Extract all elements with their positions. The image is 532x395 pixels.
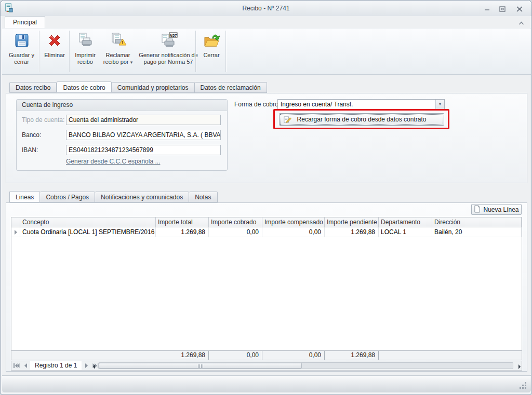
next-record-icon[interactable]	[82, 361, 91, 370]
ribbon-tab-strip: Principal	[1, 16, 531, 28]
ribbon-separator	[195, 31, 196, 72]
cerrar-button[interactable]: Cerrar	[198, 30, 225, 74]
column-header-concepto[interactable]: Concepto	[20, 217, 156, 227]
table-row[interactable]: Cuota Ordinaria [LOCAL 1] SEPTIEMBRE/201…	[11, 227, 522, 237]
tab-notificaciones[interactable]: Notificaciones y comunicados	[95, 192, 189, 202]
total-importe-total: 1.269,88	[156, 351, 209, 360]
record-navigator: Registro 1 de 1	[11, 361, 522, 371]
print-warning-icon: !	[100, 32, 136, 51]
print-norma57-icon: N57	[137, 32, 200, 51]
total-importe-compensado: 0,00	[262, 351, 325, 360]
tipo-de-cuenta-label: Tipo de cuenta:	[22, 116, 64, 124]
column-header-direccion[interactable]: Dirección	[432, 217, 522, 227]
record-status: Registro 1 de 1	[30, 361, 82, 370]
total-importe-cobrado: 0,00	[209, 351, 262, 360]
iban-field[interactable]: ES0401821234871234567899	[66, 145, 221, 155]
new-document-icon	[474, 205, 481, 214]
ribbon-button-label: Guardar y cerrar	[9, 52, 34, 65]
total-importe-pendiente: 1.269,88	[325, 351, 379, 360]
tab-datos-de-cobro[interactable]: Datos de cobro	[57, 81, 111, 93]
forma-de-cobro-select[interactable]: Ingreso en cuenta/ Transf. ▾	[277, 99, 445, 110]
ribbon-separator	[39, 31, 39, 72]
button-label: Nueva Línea	[483, 206, 518, 213]
grid-empty-area	[11, 237, 522, 350]
column-header-importe-pendiente[interactable]: Importe pendiente	[325, 217, 379, 227]
cell-importe-cobrado[interactable]: 0,00	[209, 227, 262, 237]
svg-text:N57: N57	[170, 33, 177, 38]
horizontal-scrollbar[interactable]	[98, 362, 513, 369]
resize-grip-icon[interactable]	[525, 387, 526, 389]
column-header-departamento[interactable]: Departamento	[379, 217, 432, 227]
generar-notificacion-button[interactable]: N57 Generar notificación de pago por Nor…	[137, 30, 200, 74]
button-label: Recargar forma de cobro desde datos cont…	[297, 116, 427, 123]
banco-field[interactable]: BANCO BILBAO VIZCAYA ARGENTARIA, S.A. ( …	[66, 130, 221, 140]
reclamar-recibo-button[interactable]: ! Reclamar recibo por ▾	[100, 30, 136, 74]
forma-de-cobro-label: Forma de cobro:	[234, 101, 280, 108]
print-receipt-icon	[71, 32, 99, 51]
grid-totals-row: 1.269,88 0,00 0,00 1.269,88	[11, 350, 522, 360]
nueva-linea-button[interactable]: Nueva Línea	[471, 204, 522, 215]
tab-datos-recibo[interactable]: Datos recibo	[9, 82, 57, 93]
scroll-left-icon[interactable]	[92, 362, 96, 372]
title-bar: Recibo - Nº 2741	[1, 1, 531, 16]
save-icon	[6, 32, 37, 51]
cell-importe-compensado[interactable]: 0,00	[262, 227, 325, 237]
column-header-importe-cobrado[interactable]: Importe cobrado	[209, 217, 262, 227]
tab-datos-de-reclamacion[interactable]: Datos de reclamación	[195, 82, 267, 93]
ribbon-button-label: Reclamar recibo por	[103, 52, 130, 65]
cell-direccion[interactable]: Bailén, 20	[432, 227, 522, 237]
generar-ccc-link[interactable]: Generar desde C.C.C española ...	[66, 158, 160, 165]
cell-concepto[interactable]: Cuota Ordinaria [LOCAL 1] SEPTIEMBRE/201…	[20, 227, 156, 237]
column-header-importe-compensado[interactable]: Importe compensado	[262, 217, 325, 227]
lineas-tab-strip: Lineas Cobros / Pagos Notificaciones y c…	[9, 192, 218, 202]
scrollbar-thumb[interactable]	[99, 363, 302, 369]
imprimir-recibo-button[interactable]: Imprimir recibo	[71, 30, 99, 74]
minimize-button[interactable]	[482, 5, 492, 13]
guardar-y-cerrar-button[interactable]: Guardar y cerrar	[6, 30, 37, 74]
lineas-grid: Concepto Importe total Importe cobrado I…	[11, 217, 522, 360]
tab-cobros-pagos[interactable]: Cobros / Pagos	[40, 192, 95, 202]
scroll-right-icon[interactable]	[518, 362, 521, 372]
forma-de-cobro-value: Ingreso en cuenta/ Transf.	[281, 101, 353, 108]
ribbon-button-label: Eliminar	[44, 52, 65, 58]
ribbon-tab-principal[interactable]: Principal	[5, 16, 45, 28]
ribbon-button-label: Generar notificación de pago por Norma 5…	[139, 52, 198, 65]
close-folder-icon	[198, 32, 225, 51]
pencil-icon	[284, 116, 291, 127]
maximize-button[interactable]	[497, 5, 508, 13]
chevron-down-icon: ▾	[130, 60, 133, 65]
ribbon-separator	[69, 31, 70, 72]
tab-lineas[interactable]: Lineas	[9, 191, 40, 202]
close-button[interactable]	[514, 5, 525, 13]
collapse-ribbon-icon[interactable]	[517, 20, 525, 26]
row-selector-header	[11, 217, 20, 227]
ribbon-button-label: Cerrar	[203, 52, 219, 58]
ribbon-button-label: Imprimir recibo	[75, 52, 96, 65]
recibo-tab-strip: Datos recibo Datos de cobro Comunidad y …	[9, 82, 267, 93]
row-indicator-icon	[11, 227, 20, 237]
window-title: Recibo - Nº 2741	[1, 1, 531, 16]
column-header-importe-total[interactable]: Importe total	[156, 217, 209, 227]
ribbon: Guardar y cerrar Eliminar Imprimir recib…	[2, 28, 531, 75]
ribbon-separator	[225, 31, 226, 72]
svg-text:!: !	[122, 40, 124, 45]
recargar-forma-cobro-button[interactable]: Recargar forma de cobro desde datos cont…	[279, 113, 444, 126]
cuenta-de-ingreso-group: Cuenta de ingreso Tipo de cuenta: Cuenta…	[16, 99, 228, 171]
recibo-window: Recibo - Nº 2741 Principal Guardar y c	[0, 0, 532, 395]
chevron-down-icon[interactable]: ▾	[435, 100, 444, 110]
banco-label: Banco:	[22, 131, 41, 139]
previous-record-icon[interactable]	[21, 361, 30, 370]
cell-importe-total[interactable]: 1.269,88	[156, 227, 209, 237]
first-record-icon[interactable]	[11, 361, 21, 370]
tipo-de-cuenta-field[interactable]: Cuenta del administrador	[66, 115, 221, 125]
delete-icon	[41, 32, 68, 51]
tab-comunidad-y-propietarios[interactable]: Comunidad y propietarios	[112, 82, 195, 93]
status-bar	[2, 375, 531, 392]
iban-label: IBAN:	[22, 146, 38, 154]
scrollbar-grip-icon	[198, 364, 204, 368]
eliminar-button[interactable]: Eliminar	[41, 30, 68, 74]
tab-notas[interactable]: Notas	[189, 192, 217, 202]
cell-importe-pendiente[interactable]: 1.269,88	[325, 227, 379, 237]
cell-departamento[interactable]: LOCAL 1	[379, 227, 432, 237]
group-title: Cuenta de ingreso	[17, 100, 227, 111]
